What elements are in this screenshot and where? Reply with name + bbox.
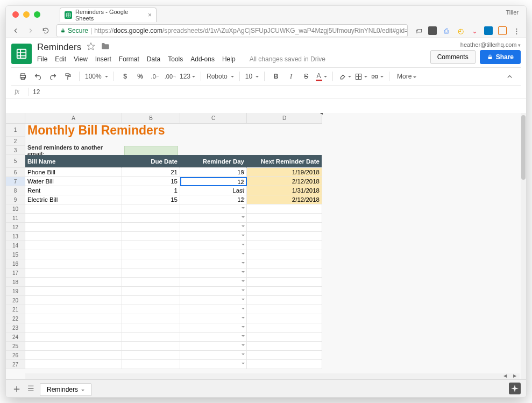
- reload-button[interactable]: [41, 26, 50, 35]
- vertical-scrollbar[interactable]: [521, 113, 526, 379]
- column-header-b[interactable]: B: [122, 113, 180, 124]
- column-header-c[interactable]: C: [180, 113, 247, 124]
- trello-icon[interactable]: [484, 26, 493, 35]
- undo-icon[interactable]: [32, 70, 44, 83]
- column-header-a[interactable]: A: [25, 113, 122, 124]
- document-title[interactable]: Reminders: [37, 42, 81, 53]
- tag-icon[interactable]: 🏷: [414, 26, 423, 35]
- decimal-increase-icon[interactable]: .00→: [165, 70, 176, 83]
- cell[interactable]: [25, 278, 122, 287]
- read-icon[interactable]: [428, 26, 437, 35]
- header-c[interactable]: Reminder Day: [180, 155, 247, 168]
- menu-edit[interactable]: Edit: [55, 55, 66, 63]
- next-reminder[interactable]: 1/31/2018: [247, 186, 322, 195]
- due-date[interactable]: 21: [122, 168, 180, 177]
- cell[interactable]: [247, 250, 322, 259]
- folder-icon[interactable]: [101, 41, 110, 53]
- cell[interactable]: [180, 250, 247, 259]
- next-reminder[interactable]: 2/12/2018: [247, 195, 322, 204]
- borders-icon[interactable]: [354, 70, 367, 83]
- bill-name[interactable]: Electric Bill: [25, 195, 122, 204]
- cell[interactable]: [25, 250, 122, 259]
- cell[interactable]: [180, 287, 247, 296]
- number-format-select[interactable]: 123: [180, 70, 195, 83]
- sheets-logo[interactable]: [11, 44, 32, 64]
- cell[interactable]: [25, 351, 122, 360]
- close-window-button[interactable]: [12, 11, 19, 18]
- cell[interactable]: [122, 360, 180, 369]
- reminder-day[interactable]: 12: [180, 177, 247, 186]
- cell[interactable]: [180, 232, 247, 241]
- cell[interactable]: [180, 296, 247, 305]
- next-reminder[interactable]: 1/19/2018: [247, 168, 322, 177]
- cell[interactable]: [122, 214, 180, 223]
- font-size-select[interactable]: 10: [245, 73, 259, 80]
- cell[interactable]: [25, 204, 122, 214]
- cell[interactable]: [247, 296, 322, 305]
- cell[interactable]: [122, 223, 180, 232]
- cell[interactable]: [122, 333, 180, 342]
- cell[interactable]: [122, 296, 180, 305]
- cell[interactable]: [180, 214, 247, 223]
- percent-icon[interactable]: %: [134, 70, 146, 83]
- menu-help[interactable]: Help: [222, 55, 236, 63]
- cell[interactable]: [25, 223, 122, 232]
- strike-icon[interactable]: S: [300, 70, 312, 83]
- cell[interactable]: [247, 137, 322, 146]
- scrollbar-arrows[interactable]: ◀▶: [500, 373, 520, 379]
- menu-addons[interactable]: Add-ons: [190, 55, 215, 63]
- header-b[interactable]: Due Date: [122, 155, 180, 168]
- ext-orange-icon[interactable]: [498, 26, 507, 35]
- cell[interactable]: [122, 278, 180, 287]
- forward-button[interactable]: [26, 26, 35, 35]
- more-button[interactable]: More: [397, 73, 416, 80]
- paint-format-icon[interactable]: [62, 70, 74, 83]
- select-all-corner[interactable]: [6, 113, 25, 124]
- cell[interactable]: [25, 314, 122, 323]
- url-bar[interactable]: Secure | https://docs.google.com/spreads…: [56, 24, 408, 37]
- cell[interactable]: [122, 351, 180, 360]
- cell[interactable]: [122, 287, 180, 296]
- next-reminder[interactable]: 2/12/2018: [247, 177, 322, 186]
- cell[interactable]: [180, 259, 247, 268]
- cell[interactable]: [25, 287, 122, 296]
- due-date[interactable]: 1: [122, 186, 180, 195]
- minimize-window-button[interactable]: [23, 11, 30, 18]
- cell[interactable]: [180, 323, 247, 333]
- user-email[interactable]: heather@tillerhq.com: [430, 41, 521, 48]
- cell[interactable]: [247, 223, 322, 232]
- cell[interactable]: [122, 232, 180, 241]
- reminder-day[interactable]: 19: [180, 168, 247, 177]
- currency-icon[interactable]: $: [119, 70, 131, 83]
- close-tab-icon[interactable]: ×: [148, 11, 152, 19]
- star-icon[interactable]: [87, 42, 95, 53]
- cell[interactable]: [122, 342, 180, 351]
- cell[interactable]: [247, 268, 322, 278]
- title-cell[interactable]: Monthly Bill Reminders: [25, 124, 322, 137]
- cell[interactable]: [25, 342, 122, 351]
- cell[interactable]: [25, 259, 122, 268]
- cell[interactable]: [247, 333, 322, 342]
- cell[interactable]: [247, 351, 322, 360]
- cell[interactable]: [25, 360, 122, 369]
- header-d[interactable]: Next Reminder Date: [247, 155, 322, 168]
- cell[interactable]: [122, 314, 180, 323]
- browser-menu-icon[interactable]: ⋮: [512, 26, 521, 35]
- cell[interactable]: [180, 268, 247, 278]
- cell[interactable]: [180, 241, 247, 250]
- font-select[interactable]: Roboto: [207, 73, 234, 80]
- cell[interactable]: [180, 360, 247, 369]
- zoom-select[interactable]: 100%: [85, 73, 108, 80]
- horizontal-scrollbar[interactable]: [25, 373, 500, 379]
- cell[interactable]: [122, 241, 180, 250]
- merge-icon[interactable]: [371, 70, 384, 83]
- pocket-icon[interactable]: ⌄: [470, 26, 479, 35]
- italic-icon[interactable]: I: [285, 70, 297, 83]
- cell[interactable]: [25, 296, 122, 305]
- cell[interactable]: [247, 323, 322, 333]
- cell[interactable]: [247, 314, 322, 323]
- cell[interactable]: [247, 204, 322, 214]
- cell[interactable]: [122, 268, 180, 278]
- cell[interactable]: [25, 333, 122, 342]
- cell[interactable]: [247, 241, 322, 250]
